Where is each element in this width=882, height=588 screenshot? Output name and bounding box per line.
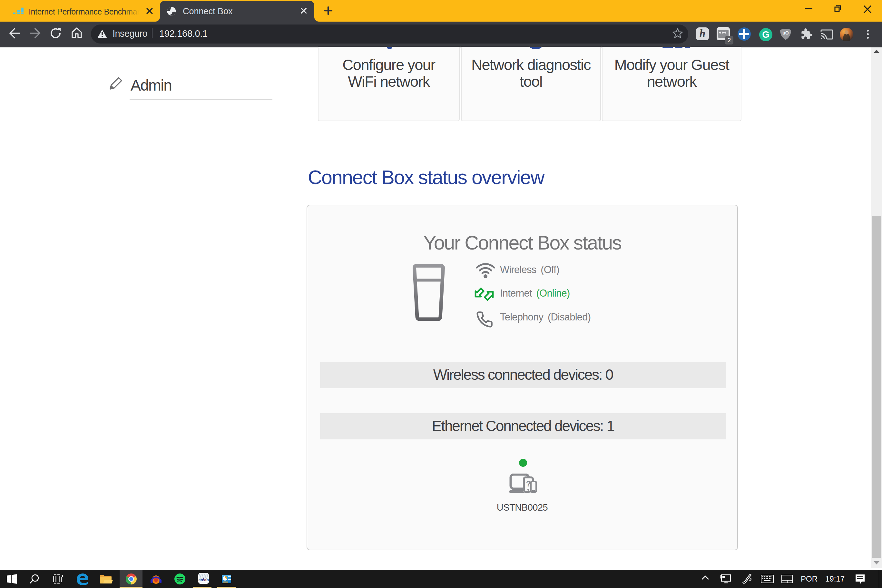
svg-text:uO: uO [782,30,789,36]
